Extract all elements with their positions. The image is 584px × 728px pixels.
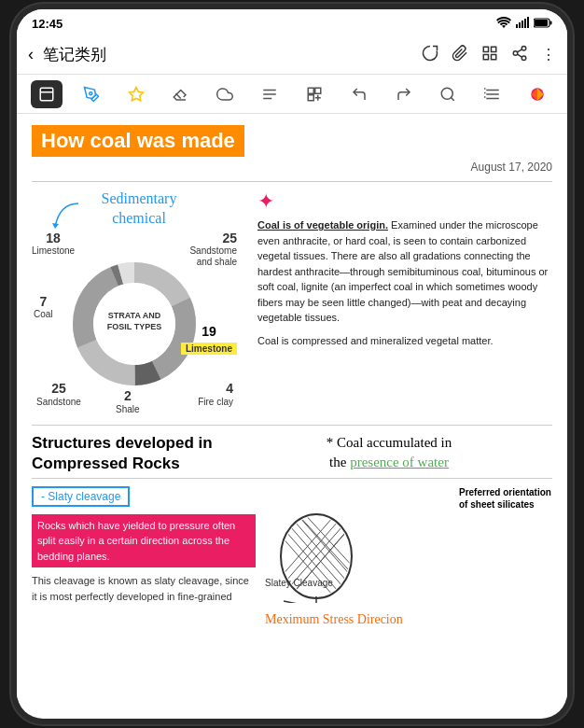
color-picker-button[interactable] [521, 80, 553, 108]
share-icon[interactable] [511, 45, 528, 65]
svg-line-16 [517, 49, 521, 51]
highlight-tool-button[interactable] [120, 80, 152, 108]
svg-rect-3 [524, 19, 526, 28]
svg-rect-7 [535, 20, 548, 26]
chart-label-fireclay: 4 Fire clay [198, 381, 233, 408]
back-button[interactable]: ‹ [28, 45, 34, 64]
svg-line-54 [298, 514, 349, 570]
slatey-cleavage-label: Slatey Cleavage [265, 578, 333, 589]
svg-text:FOSIL TYPES: FOSIL TYPES [107, 322, 161, 331]
svg-text:STRATA AND: STRATA AND [108, 311, 161, 320]
date-line: August 17, 2020 [32, 161, 552, 174]
status-icons [496, 17, 552, 30]
main-row: Sedimentarychemical 18 Limestone [32, 181, 552, 417]
chart-label-coal: 7 Coal [34, 294, 53, 321]
chart-label-shale: 2 Shale [116, 388, 140, 415]
status-time: 12:45 [32, 17, 63, 31]
chart-label-limestone-top: 18 Limestone [32, 231, 75, 258]
svg-rect-24 [315, 88, 321, 93]
paperclip-icon[interactable] [452, 45, 468, 65]
svg-rect-6 [550, 21, 552, 24]
slaty-left: - Slaty cleavage Rocks which have yielde… [32, 486, 256, 628]
title-text: How coal was made [32, 125, 244, 157]
list-button[interactable] [477, 80, 508, 108]
coal-accumulated-section: * Coal accumulated inthe presence of wat… [218, 433, 552, 474]
svg-point-14 [521, 56, 526, 61]
rotate-icon[interactable] [422, 45, 438, 65]
svg-rect-11 [492, 54, 496, 59]
chart-label-sandstone-bottom: 25 Sandstone [36, 381, 81, 408]
right-column: ✦ Coal is of vegetable origin. Examined … [257, 189, 552, 417]
search-button[interactable] [432, 80, 464, 108]
coal-origin-body: Examined under the microscope even anthr… [257, 219, 548, 323]
svg-line-29 [452, 97, 454, 100]
max-stress-text: Meximum Stress Direcion [265, 611, 552, 628]
coal-origin-heading: Coal is of vegetable origin. [257, 219, 388, 231]
svg-rect-23 [308, 88, 313, 93]
donut-chart-wrapper: 18 Limestone 25 Sandstomeand shale 7 Coa… [32, 231, 237, 417]
slaty-normal-text: This cleavage is known as slaty cleavage… [32, 573, 256, 604]
preferred-orientation-text: Preferred orientation of sheet silicates [459, 486, 552, 511]
svg-point-19 [89, 91, 91, 94]
structures-row: Structures developed in Compressed Rocks… [32, 425, 552, 474]
svg-line-15 [517, 54, 521, 57]
svg-rect-2 [521, 21, 523, 28]
undo-button[interactable] [343, 80, 375, 108]
right-text: Coal is of vegetable origin. Examined un… [257, 217, 552, 326]
eraser-tool-button[interactable] [164, 80, 196, 108]
svg-rect-9 [492, 47, 496, 51]
svg-rect-8 [483, 47, 488, 51]
slaty-right: Preferred orientation of sheet silicates [265, 486, 552, 628]
star-decoration: ✦ [257, 189, 552, 214]
select-tool-button[interactable] [31, 80, 63, 108]
cloud-tool-button[interactable] [209, 80, 241, 108]
page-content: How coal was made August 17, 2020 Sedime… [17, 114, 567, 643]
svg-rect-10 [483, 54, 488, 59]
svg-point-13 [513, 50, 518, 55]
slaty-section: - Slaty cleavage Rocks which have yielde… [32, 478, 552, 628]
signal-icon [516, 17, 529, 30]
cleavage-diagram-container: Preferred orientation of sheet silicates [265, 486, 552, 608]
svg-marker-35 [52, 223, 59, 229]
svg-rect-4 [527, 17, 529, 28]
toolbar [17, 75, 567, 114]
status-bar: 12:45 [17, 9, 567, 35]
nav-bar: ‹ 笔记类别 ⋮ [17, 35, 567, 75]
compressed-vegetal-text: Coal is compressed and mineralized veget… [257, 333, 552, 349]
doc-title: How coal was made [32, 125, 552, 161]
slaty-highlight-text: Rocks which have yielded to pressure oft… [32, 514, 256, 568]
svg-line-62 [284, 601, 316, 603]
presence-highlight: presence of water [350, 455, 449, 469]
text-format-button[interactable] [254, 80, 285, 108]
slaty-badge: - Slaty cleavage [32, 486, 130, 507]
structures-title: Structures developed in Compressed Rocks [32, 433, 218, 474]
svg-rect-17 [40, 88, 53, 101]
grid-icon[interactable] [481, 45, 498, 65]
chart-label-limestone-right: 19 Limestone [181, 324, 237, 356]
coal-accumulated-text: * Coal accumulated inthe presence of wat… [226, 433, 552, 472]
content-area: How coal was made August 17, 2020 Sedime… [17, 114, 567, 700]
pen-tool-button[interactable] [76, 80, 107, 108]
redo-button[interactable] [388, 80, 420, 108]
more-icon[interactable]: ⋮ [541, 46, 556, 63]
svg-point-12 [521, 46, 526, 50]
svg-rect-1 [519, 22, 521, 28]
insert-button[interactable] [299, 80, 330, 108]
svg-rect-25 [308, 94, 313, 100]
nav-actions: ⋮ [422, 45, 556, 65]
svg-point-28 [442, 88, 453, 99]
wifi-icon [496, 17, 511, 30]
left-column: Sedimentarychemical 18 Limestone [32, 189, 246, 417]
asterisk: * [327, 435, 337, 450]
device-frame: 12:45 ‹ 笔记类别 [17, 9, 567, 719]
nav-title: 笔记类别 [43, 44, 422, 65]
battery-icon [534, 18, 552, 30]
structures-section: Structures developed in Compressed Rocks [32, 433, 218, 474]
svg-rect-0 [516, 24, 518, 28]
